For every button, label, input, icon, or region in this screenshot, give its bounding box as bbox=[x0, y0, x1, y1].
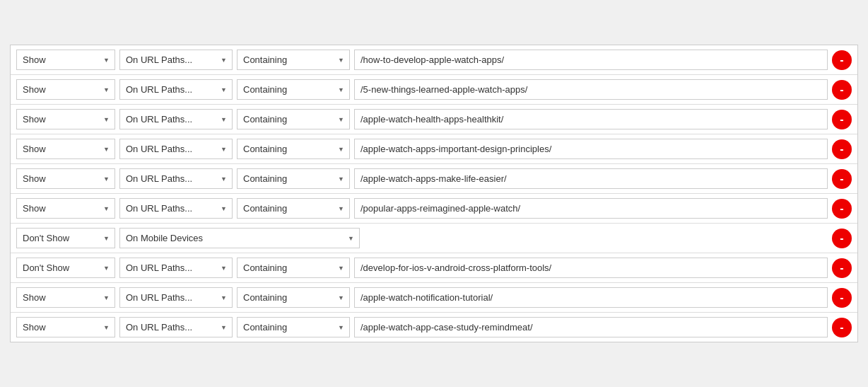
value-field-wrap bbox=[354, 79, 828, 100]
remove-row-button[interactable]: - bbox=[832, 80, 852, 100]
action-select-wrap: ShowDon't Show bbox=[16, 287, 115, 308]
action-select[interactable]: ShowDon't Show bbox=[16, 50, 115, 70]
value-field-wrap bbox=[354, 109, 828, 129]
condition-select-wrap: On URL Paths...On Mobile DevicesOn All P… bbox=[119, 287, 233, 308]
action-select[interactable]: ShowDon't Show bbox=[16, 287, 115, 308]
rules-table: ShowDon't ShowOn URL Paths...On Mobile D… bbox=[10, 45, 858, 342]
match-select[interactable]: ContainingEqualsStarts WithEnds With bbox=[237, 79, 350, 100]
url-value-input[interactable] bbox=[354, 50, 828, 70]
condition-select-wrap: On URL Paths...On Mobile DevicesOn All P… bbox=[119, 109, 233, 129]
condition-select-wrap: On URL Paths...On Mobile DevicesOn All P… bbox=[119, 50, 233, 70]
condition-select-wrap: On URL Paths...On Mobile DevicesOn All P… bbox=[119, 317, 233, 337]
action-select[interactable]: ShowDon't Show bbox=[16, 168, 115, 189]
condition-select[interactable]: On URL Paths...On Mobile DevicesOn All P… bbox=[119, 79, 233, 100]
value-field-wrap bbox=[354, 287, 828, 308]
wide-condition-select-wrap: On Mobile Devices bbox=[119, 228, 360, 248]
condition-select[interactable]: On URL Paths...On Mobile DevicesOn All P… bbox=[119, 139, 233, 159]
action-select-wrap: ShowDon't Show bbox=[16, 139, 115, 159]
value-field-wrap bbox=[354, 198, 828, 219]
match-select-wrap: ContainingEqualsStarts WithEnds With bbox=[237, 317, 350, 337]
table-row: ShowDon't ShowOn URL Paths...On Mobile D… bbox=[11, 253, 857, 283]
value-field-wrap bbox=[354, 258, 828, 278]
action-select-wrap: ShowDon't Show bbox=[16, 79, 115, 100]
url-value-input[interactable] bbox=[354, 139, 828, 159]
value-field-wrap bbox=[354, 168, 828, 189]
match-select[interactable]: ContainingEqualsStarts WithEnds With bbox=[237, 109, 350, 129]
remove-row-button[interactable]: - bbox=[832, 169, 852, 189]
match-select[interactable]: ContainingEqualsStarts WithEnds With bbox=[237, 198, 350, 219]
url-value-input[interactable] bbox=[354, 258, 828, 278]
table-row: ShowDon't ShowOn URL Paths...On Mobile D… bbox=[11, 313, 857, 342]
condition-select[interactable]: On URL Paths...On Mobile DevicesOn All P… bbox=[119, 50, 233, 70]
match-select[interactable]: ContainingEqualsStarts WithEnds With bbox=[237, 139, 350, 159]
remove-row-button[interactable]: - bbox=[832, 229, 852, 248]
url-value-input[interactable] bbox=[354, 79, 828, 100]
match-select[interactable]: ContainingEqualsStarts WithEnds With bbox=[237, 287, 350, 308]
action-select-wrap: ShowDon't Show bbox=[16, 258, 115, 278]
table-row: ShowDon't ShowOn URL Paths...On Mobile D… bbox=[11, 194, 857, 224]
remove-row-button[interactable]: - bbox=[832, 50, 852, 70]
remove-row-button[interactable]: - bbox=[832, 139, 852, 159]
action-select[interactable]: ShowDon't Show bbox=[16, 79, 115, 100]
table-row: ShowDon't ShowOn URL Paths...On Mobile D… bbox=[11, 105, 857, 134]
remove-row-button[interactable]: - bbox=[832, 199, 852, 219]
match-select[interactable]: ContainingEqualsStarts WithEnds With bbox=[237, 50, 350, 70]
action-select[interactable]: ShowDon't Show bbox=[16, 258, 115, 278]
url-value-input[interactable] bbox=[354, 317, 828, 337]
action-select[interactable]: ShowDon't Show bbox=[16, 228, 115, 248]
remove-row-button[interactable]: - bbox=[832, 288, 852, 308]
condition-select[interactable]: On URL Paths...On Mobile DevicesOn All P… bbox=[119, 168, 233, 189]
match-select-wrap: ContainingEqualsStarts WithEnds With bbox=[237, 139, 350, 159]
condition-select-wrap: On URL Paths...On Mobile DevicesOn All P… bbox=[119, 79, 233, 100]
value-field-wrap bbox=[354, 139, 828, 159]
url-value-input[interactable] bbox=[354, 198, 828, 219]
remove-row-button[interactable]: - bbox=[832, 318, 852, 337]
match-select-wrap: ContainingEqualsStarts WithEnds With bbox=[237, 287, 350, 308]
condition-select-wrap: On URL Paths...On Mobile DevicesOn All P… bbox=[119, 139, 233, 159]
url-value-input[interactable] bbox=[354, 287, 828, 308]
match-select-wrap: ContainingEqualsStarts WithEnds With bbox=[237, 198, 350, 219]
action-select[interactable]: ShowDon't Show bbox=[16, 317, 115, 337]
value-field-wrap bbox=[354, 50, 828, 70]
condition-select[interactable]: On URL Paths...On Mobile DevicesOn All P… bbox=[119, 317, 233, 337]
action-select-wrap: ShowDon't Show bbox=[16, 109, 115, 129]
condition-select[interactable]: On URL Paths...On Mobile DevicesOn All P… bbox=[119, 287, 233, 308]
action-select[interactable]: ShowDon't Show bbox=[16, 109, 115, 129]
match-select-wrap: ContainingEqualsStarts WithEnds With bbox=[237, 109, 350, 129]
action-select-wrap: ShowDon't Show bbox=[16, 50, 115, 70]
url-value-input[interactable] bbox=[354, 109, 828, 129]
action-select[interactable]: ShowDon't Show bbox=[16, 198, 115, 219]
table-row: ShowDon't ShowOn URL Paths...On Mobile D… bbox=[11, 164, 857, 194]
action-select-wrap: ShowDon't Show bbox=[16, 228, 115, 248]
table-row: ShowDon't ShowOn URL Paths...On Mobile D… bbox=[11, 45, 857, 75]
table-row: ShowDon't ShowOn URL Paths...On Mobile D… bbox=[11, 75, 857, 105]
wide-condition-select[interactable]: On Mobile Devices bbox=[119, 228, 360, 248]
table-row: ShowDon't ShowOn URL Paths...On Mobile D… bbox=[11, 134, 857, 164]
action-select-wrap: ShowDon't Show bbox=[16, 317, 115, 337]
match-select-wrap: ContainingEqualsStarts WithEnds With bbox=[237, 79, 350, 100]
condition-select[interactable]: On URL Paths...On Mobile DevicesOn All P… bbox=[119, 198, 233, 219]
match-select[interactable]: ContainingEqualsStarts WithEnds With bbox=[237, 317, 350, 337]
match-select-wrap: ContainingEqualsStarts WithEnds With bbox=[237, 50, 350, 70]
match-select-wrap: ContainingEqualsStarts WithEnds With bbox=[237, 168, 350, 189]
condition-select-wrap: On URL Paths...On Mobile DevicesOn All P… bbox=[119, 258, 233, 278]
remove-row-button[interactable]: - bbox=[832, 258, 852, 278]
url-value-input[interactable] bbox=[354, 168, 828, 189]
table-row: ShowDon't ShowOn Mobile Devices- bbox=[11, 224, 857, 253]
match-select-wrap: ContainingEqualsStarts WithEnds With bbox=[237, 258, 350, 278]
value-field-wrap bbox=[354, 317, 828, 337]
match-select[interactable]: ContainingEqualsStarts WithEnds With bbox=[237, 258, 350, 278]
condition-select-wrap: On URL Paths...On Mobile DevicesOn All P… bbox=[119, 168, 233, 189]
condition-select[interactable]: On URL Paths...On Mobile DevicesOn All P… bbox=[119, 258, 233, 278]
condition-select[interactable]: On URL Paths...On Mobile DevicesOn All P… bbox=[119, 109, 233, 129]
action-select-wrap: ShowDon't Show bbox=[16, 168, 115, 189]
match-select[interactable]: ContainingEqualsStarts WithEnds With bbox=[237, 168, 350, 189]
condition-select-wrap: On URL Paths...On Mobile DevicesOn All P… bbox=[119, 198, 233, 219]
remove-row-button[interactable]: - bbox=[832, 110, 852, 129]
action-select[interactable]: ShowDon't Show bbox=[16, 139, 115, 159]
action-select-wrap: ShowDon't Show bbox=[16, 198, 115, 219]
table-row: ShowDon't ShowOn URL Paths...On Mobile D… bbox=[11, 283, 857, 313]
